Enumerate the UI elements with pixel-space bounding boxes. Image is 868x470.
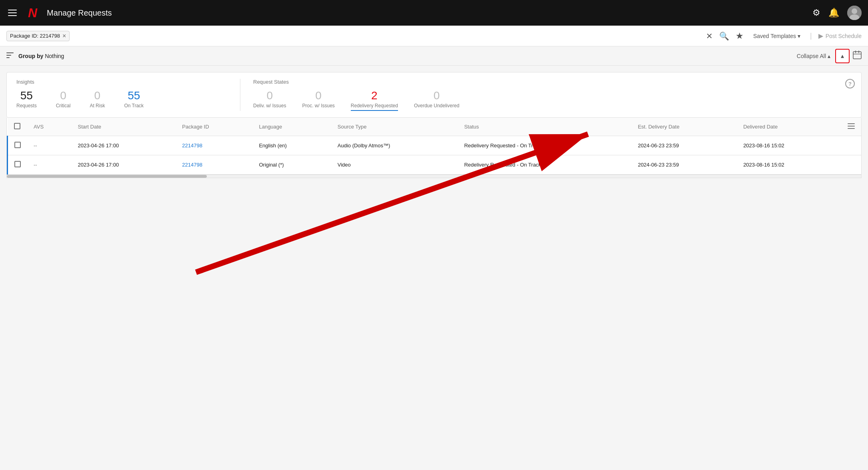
row-source-type: Audio (Dolby Atmos™) [331,136,458,155]
row-checkbox-cell [8,136,28,155]
row-language: Original (*) [252,155,331,174]
select-all-checkbox[interactable] [14,123,20,129]
th-checkbox [8,118,28,136]
notifications-icon[interactable]: 🔔 [828,8,839,18]
settings-icon[interactable]: ⚙ [812,8,820,18]
row-delivered-date: 2023-08-16 15:02 [737,136,841,155]
row-checkbox[interactable] [14,161,21,167]
row-start-date: 2023-04-26 17:00 [72,155,176,174]
stat-critical: 0 Critical [56,90,71,108]
group-by-label: Group by Nothing [18,53,64,59]
divider: | [810,32,812,40]
stat-requests-label: Requests [16,103,37,108]
insights-section: Insights 55 Requests 0 Critical 0 At Ris… [6,72,862,118]
stat-critical-label: Critical [56,103,71,108]
clear-filters-icon[interactable]: ✕ [706,31,713,41]
chevron-down-icon: ▾ [798,33,800,39]
stat-deliv-issues-value: 0 [253,90,286,102]
search-icon[interactable]: 🔍 [719,31,729,41]
row-checkbox[interactable] [14,142,21,148]
help-icon[interactable]: ? [845,79,855,88]
stat-at-risk: 0 At Risk [90,90,105,108]
row-source-type: Video [331,155,458,174]
stat-redelivery-label: Redelivery Requested [351,103,398,108]
stat-critical-value: 0 [56,90,71,102]
package-id-link[interactable]: 2214798 [182,162,202,168]
svg-rect-12 [848,128,855,129]
request-states-stats: 0 Deliv. w/ Issues 0 Proc. w/ Issues 2 R… [253,90,852,111]
package-id-link[interactable]: 2214798 [182,143,202,149]
bookmark-icon[interactable]: ★ [736,31,744,41]
stat-redelivery[interactable]: 2 Redelivery Requested [351,90,398,111]
stat-requests: 55 Requests [16,90,37,108]
stat-deliv-issues-label: Deliv. w/ Issues [253,103,286,108]
collapse-all-button[interactable]: Collapse All ▴ [797,53,830,59]
th-language: Language [252,118,331,136]
th-avs: AVS [27,118,72,136]
nav-right-actions: ⚙ 🔔 [812,6,862,20]
group-by-bar: Group by Nothing Collapse All ▴ ▴ [0,46,868,66]
post-schedule-label: Post Schedule [826,33,862,39]
stat-proc-issues-label: Proc. w/ Issues [302,103,334,108]
stat-on-track: 55 On Track [124,90,144,108]
stat-at-risk-label: At Risk [90,103,105,108]
row-start-date: 2023-04-26 17:00 [72,136,176,155]
row-est-delivery: 2024-06-23 23:59 [632,136,737,155]
th-start-date: Start Date [72,118,176,136]
collapse-toggle-highlighted[interactable]: ▴ [835,49,850,63]
row-status: Redelivery Requested - On Track [458,155,631,174]
filter-lines-icon[interactable] [6,52,14,60]
th-est-delivery: Est. Delivery Date [632,118,737,136]
row-package-id: 2214798 [176,155,252,174]
table-row: -- 2023-04-26 17:00 2214798 Original (*)… [8,155,862,174]
stat-at-risk-value: 0 [90,90,105,102]
request-states-panel: Request States 0 Deliv. w/ Issues 0 Proc… [240,79,852,111]
row-status: Redelivery Requested - On Track [458,136,631,155]
table-header-row: AVS Start Date Package ID Language Sourc… [8,118,862,136]
row-est-delivery: 2024-06-23 23:59 [632,155,737,174]
stat-overdue-value: 0 [414,90,459,102]
filter-tag-label: Package ID: 2214798 [10,33,60,39]
page-title: Manage Requests [47,8,806,18]
saved-templates-button[interactable]: Saved Templates ▾ [750,31,804,41]
svg-rect-10 [848,123,855,124]
package-id-filter-tag: Package ID: 2214798 × [6,31,70,41]
row-language: English (en) [252,136,331,155]
top-navigation: N Manage Requests ⚙ 🔔 [0,0,868,26]
collapse-all-label: Collapse All [797,53,826,59]
insights-stats: 55 Requests 0 Critical 0 At Risk 55 On T… [16,90,227,108]
stat-proc-issues: 0 Proc. w/ Issues [302,90,334,108]
user-avatar[interactable] [847,6,862,20]
group-by-value: Nothing [45,53,64,59]
requests-table: AVS Start Date Package ID Language Sourc… [7,118,861,175]
stat-overdue: 0 Overdue Undelivered [414,90,459,108]
svg-rect-5 [6,57,10,58]
chevron-up-icon-highlighted: ▴ [841,52,844,60]
svg-rect-4 [6,55,11,56]
th-status: Status [458,118,631,136]
th-delivered-date: Delivered Date [737,118,841,136]
hamburger-menu[interactable] [6,8,18,18]
group-by-right-actions: Collapse All ▴ ▴ [797,49,862,63]
scrollbar-thumb[interactable] [7,175,207,178]
chevron-up-icon: ▴ [828,53,830,59]
filter-bar: Package ID: 2214798 × ✕ 🔍 ★ Saved Templa… [0,26,868,46]
video-icon: ▶ [818,32,823,40]
stat-proc-issues-value: 0 [302,90,334,102]
row-avs: -- [27,136,72,155]
post-schedule-button[interactable]: ▶ Post Schedule [818,32,862,40]
stat-requests-value: 55 [16,90,37,102]
row-actions [841,136,861,155]
stat-deliv-issues: 0 Deliv. w/ Issues [253,90,286,108]
filter-tag-close-button[interactable]: × [62,33,66,39]
horizontal-scrollbar[interactable] [7,175,861,178]
row-avs: -- [27,155,72,174]
svg-point-1 [852,8,857,14]
th-column-settings[interactable] [841,118,861,136]
svg-rect-11 [848,126,855,127]
calendar-icon[interactable] [853,50,862,61]
stat-on-track-value: 55 [124,90,144,102]
stat-on-track-label: On Track [124,103,144,108]
svg-rect-6 [853,52,861,59]
row-package-id: 2214798 [176,136,252,155]
